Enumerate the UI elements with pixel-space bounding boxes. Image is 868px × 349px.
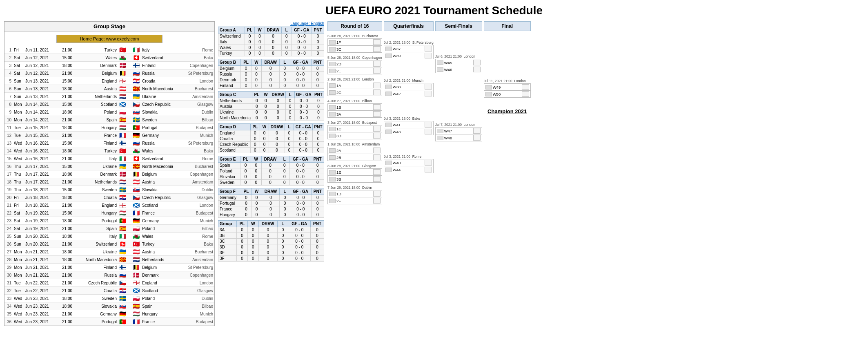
- champion-label: Champion 2021: [484, 108, 531, 114]
- group-E-table: Group EPLWDRAWLGF - GAPNTSpain00000 - 00…: [218, 156, 324, 186]
- sf-column: Semi-Finals Jul 6, 2021 21:00 London W45…: [435, 21, 482, 144]
- schedule-row: 35 Wed Jun 23, 2021 21:00 Germany 🇩🇪 🇭🇺 …: [4, 310, 214, 318]
- schedule-row: 18 Thu Jun 17, 2021 21:00 Netherlands 🇳🇱…: [4, 178, 214, 186]
- group-D-table: Group DPLWDRAWLGF - GAPNTEngland00000 - …: [218, 123, 324, 153]
- bracket-match: 3 Jun 27, 2021 18:00 Budapest 1C 3D: [327, 120, 382, 139]
- schedule-row: 26 Sun Jun 20, 2021 21:00 Switzerland 🇨🇭…: [4, 240, 214, 248]
- schedule-row: 17 Thu Jun 17, 2021 18:00 Denmark 🇩🇰 🇧🇪 …: [4, 170, 214, 178]
- schedule-row: 6 Sun Jun 13, 2021 18:00 Austria 🇦🇹 🇲🇰 N…: [4, 85, 214, 93]
- schedule-row: 16 Thu Jun 17, 2021 15:00 Ukraine 🇺🇦 🇲🇰 …: [4, 163, 214, 170]
- group-F-table: Group FPLWDRAWLGF - GAPNTGermany00000 - …: [218, 188, 324, 218]
- schedule-row: 12 Tue Jun 15, 2021 21:00 France 🇫🇷 🇩🇪 G…: [4, 132, 214, 139]
- schedule-row: 3 Sat Jun 12, 2021 18:00 Denmark 🇩🇰 🇫🇮 F…: [4, 62, 214, 69]
- bracket-match: Jul 3, 2021 18:00 Baku W41 W43: [384, 116, 434, 135]
- bracket-match: 1 Jun 26, 2021 18:00 Amsterdam 2A 2B: [327, 142, 382, 161]
- bracket-match: 6 Jun 28, 2021 21:00 Bucharest 1F 3C: [327, 34, 382, 53]
- bracket-match: 7 Jun 29, 2021 18:00 Dublin 1D 2F: [327, 185, 382, 204]
- bracket-match: Jul 2, 2021 21:00 Munich W38 W42: [384, 78, 434, 97]
- final-column: Final Jul 11, 2021 21:00 London W49 W50 …: [484, 21, 531, 114]
- schedule-row: 28 Mon Jun 21, 2021 18:00 North Macedoni…: [4, 256, 214, 264]
- bracket-match: 2 Jun 26, 2021 21:00 London 1A 2C: [327, 77, 382, 96]
- group-A-table: Group APLWDRAWLGF - GAPNTSwitzerland0000…: [218, 27, 324, 56]
- schedule-row: 31 Tue Jun 22, 2021 21:00 Czech Republic…: [4, 279, 214, 287]
- bracket-match: 5 Jun 28, 2021 18:00 Copenhagen 2D 2E: [327, 55, 382, 74]
- group-C-table: Group CPLWDRAWLGF - GAPNTNetherlands0000…: [218, 91, 324, 121]
- schedule-row: 9 Mon Jun 14, 2021 18:00 Poland 🇵🇱 🇸🇰 Sl…: [4, 108, 214, 116]
- schedule-row: 25 Sun Jun 20, 2021 18:00 Italy 🇮🇹 🏴󠁧󠁢󠁷󠁬…: [4, 233, 214, 240]
- schedule-row: 19 Thu Jun 18, 2021 15:00 Sweden 🇸🇪 🇸🇰 S…: [4, 186, 214, 194]
- schedule-row: 15 Wed Jun 16, 2021 21:00 Italy 🇮🇹 🇨🇭 Sw…: [4, 155, 214, 163]
- bracket-match: 4 Jun 27, 2021 21:00 Bilbao 1B 3A: [327, 98, 382, 118]
- schedule-row: 23 Sat Jun 19, 2021 18:00 Portugal 🇵🇹 🇩🇪…: [4, 217, 214, 225]
- groups-section: Language: English Group APLWDRAWLGF - GA…: [218, 21, 324, 264]
- ro16-column: Round of 16 6 Jun 28, 2021 21:00 Buchare…: [327, 21, 382, 207]
- schedule-row: 2 Sat Jun 12, 2021 15:00 Wales 🏴󠁧󠁢󠁷󠁬󠁳󠁿 🇨…: [4, 54, 214, 62]
- schedule-row: 29 Mon Jun 21, 2021 21:00 Finland 🇫🇮 🇧🇪 …: [4, 264, 214, 271]
- group-stage-section: Group Stage Home Page: www.excely.com 1 …: [4, 21, 215, 326]
- schedule-row: 33 Wed Jun 23, 2021 18:00 Sweden 🇸🇪 🇵🇱 P…: [4, 295, 214, 302]
- schedule-row: 5 Sun Jun 13, 2021 15:00 England 🏴󠁧󠁢󠁥󠁮󠁧󠁿…: [4, 77, 214, 85]
- group-thirdPlace-table: GroupPLWDRAWLGF - GAPNT3A00000 - 003B000…: [218, 220, 324, 262]
- qf-header: Quarterfinals: [384, 21, 434, 31]
- home-page-button[interactable]: Home Page: www.excely.com: [56, 35, 162, 43]
- page-title: UEFA EURO 2021 Tournament Schedule: [4, 4, 864, 17]
- group-stage-header: Group Stage: [4, 22, 214, 31]
- bracket-match: 8 Jun 29, 2021 21:00 Glasgow 1E 3B: [327, 163, 382, 183]
- schedule-row: 1 Fri Jun 11, 2021 21:00 Turkey 🇹🇷 🇮🇹 It…: [4, 46, 214, 54]
- schedule-row: 21 Fri Jun 18, 2021 21:00 England 🏴󠁧󠁢󠁥󠁮󠁧…: [4, 201, 214, 209]
- schedule-row: 14 Wed Jun 16, 2021 18:00 Turkey 🇹🇷 🏴󠁧󠁢󠁷…: [4, 147, 214, 155]
- group-B-table: Group BPLWDRAWLGF - GAPNTBelgium00000 - …: [218, 59, 324, 89]
- schedule-row: 20 Fri Jun 18, 2021 18:00 Croatia 🇭🇷 🇨🇿 …: [4, 194, 214, 201]
- ro16-header: Round of 16: [327, 21, 382, 31]
- schedule-row: 36 Wed Jun 23, 2021 21:00 Portugal 🇵🇹 🇫🇷…: [4, 318, 214, 326]
- schedule-row: 34 Wed Jun 23, 2021 18:00 Slovakia 🇸🇰 🇪🇸…: [4, 302, 214, 310]
- schedule-row: 13 Wed Jun 16, 2021 15:00 Finland 🇫🇮 🇷🇺 …: [4, 139, 214, 147]
- schedule-row: 11 Tue Jun 15, 2021 18:00 Hungary 🇭🇺 🇵🇹 …: [4, 124, 214, 132]
- qf-column: Quarterfinals Jul 2, 2021 18:00 St Peter…: [384, 21, 434, 176]
- schedule-row: 10 Mon Jun 14, 2021 21:00 Spain 🇪🇸 🇸🇪 Sw…: [4, 116, 214, 124]
- schedule-table: 1 Fri Jun 11, 2021 21:00 Turkey 🇹🇷 🇮🇹 It…: [4, 46, 214, 326]
- bracket-section: Round of 16 6 Jun 28, 2021 21:00 Buchare…: [327, 21, 864, 207]
- schedule-row: 4 Sat Jun 12, 2021 21:00 Belgium 🇧🇪 🇷🇺 R…: [4, 69, 214, 77]
- schedule-row: 30 Mon Jun 21, 2021 21:00 Russia 🇷🇺 🇩🇰 D…: [4, 271, 214, 279]
- bracket-match: Jul 6, 2021 21:00 London W45 W46: [435, 54, 482, 73]
- bracket-match: Jul 2, 2021 18:00 St Petersburg W37 W39: [384, 40, 434, 59]
- bracket-match: Jul 11, 2021 21:00 London W49 W50: [484, 78, 531, 98]
- schedule-row: 22 Sat Jun 19, 2021 15:00 Hungary 🇭🇺 🇫🇷 …: [4, 209, 214, 217]
- schedule-row: 7 Sun Jun 13, 2021 21:00 Netherlands 🇳🇱 …: [4, 93, 214, 101]
- bracket-match: Jul 7, 2021 21:00 London W47 W48: [435, 122, 482, 141]
- bracket-match: Jul 3, 2021 21:00 Rome W40 W44: [384, 154, 434, 173]
- schedule-row: 24 Sat Jun 19, 2021 21:00 Spain 🇪🇸 🇵🇱 Po…: [4, 225, 214, 233]
- schedule-row: 27 Mon Jun 21, 2021 18:00 Ukraine 🇺🇦 🇦🇹 …: [4, 248, 214, 256]
- language-link[interactable]: Language: English: [218, 21, 324, 26]
- final-header: Final: [484, 21, 531, 31]
- schedule-row: 32 Tue Jun 22, 2021 21:00 Croatia 🇭🇷 🏴󠁧󠁢…: [4, 287, 214, 295]
- sf-header: Semi-Finals: [435, 21, 482, 31]
- schedule-row: 8 Mon Jun 14, 2021 15:00 Scotland 🏴󠁧󠁢󠁳󠁣󠁴…: [4, 101, 214, 108]
